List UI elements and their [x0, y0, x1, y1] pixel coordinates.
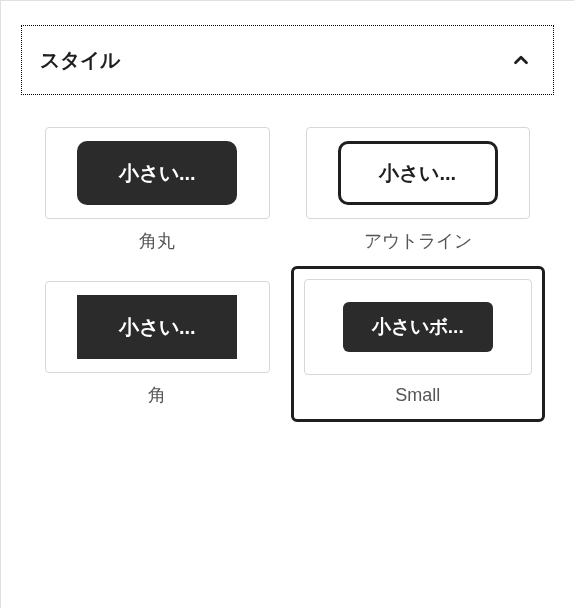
style-preview: 小さいボ...	[304, 279, 533, 375]
style-option-label: アウトライン	[364, 229, 472, 253]
style-option-outline[interactable]: 小さい... アウトライン	[302, 123, 535, 257]
preview-button: 小さい...	[77, 295, 237, 359]
style-panel-header[interactable]: スタイル	[21, 25, 554, 95]
style-option-small[interactable]: 小さいボ... Small	[291, 266, 546, 422]
panel-title: スタイル	[40, 47, 120, 74]
style-options-grid: 小さい... 角丸 小さい... アウトライン 小さい... 角 小さいボ...…	[1, 95, 574, 431]
style-option-rounded[interactable]: 小さい... 角丸	[41, 123, 274, 257]
style-option-square[interactable]: 小さい... 角	[41, 277, 274, 411]
preview-button: 小さい...	[338, 141, 498, 205]
style-preview: 小さい...	[45, 127, 270, 219]
style-preview: 小さい...	[306, 127, 531, 219]
style-preview: 小さい...	[45, 281, 270, 373]
preview-button: 小さいボ...	[343, 302, 493, 352]
chevron-up-icon	[507, 46, 535, 74]
style-option-label: 角丸	[139, 229, 175, 253]
style-option-label: 角	[148, 383, 166, 407]
style-option-label: Small	[395, 385, 440, 406]
preview-button: 小さい...	[77, 141, 237, 205]
